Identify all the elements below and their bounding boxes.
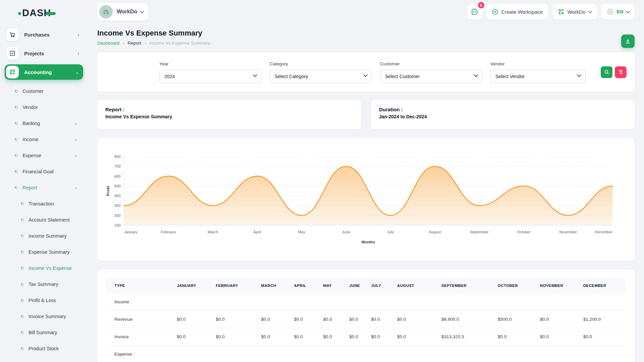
sidebar-item-income-vs-expense[interactable]: Income Vs Expense [0, 260, 88, 276]
circle-ring-icon [20, 347, 24, 351]
svg-text:July: July [387, 230, 394, 234]
col-november: NOVEMBER [537, 278, 580, 293]
create-workspace-button[interactable]: Create Workspace [486, 4, 548, 19]
reset-filter-button[interactable] [615, 66, 627, 78]
sidebar-item-tax-summary[interactable]: Tax Summary [0, 276, 88, 292]
category-select[interactable]: Select Category [270, 70, 372, 83]
sidebar-item-customer[interactable]: Customer [0, 83, 88, 99]
plus-circle-icon [492, 8, 498, 15]
col-may: MAY [320, 278, 346, 293]
chevron-right-icon: › [77, 32, 79, 37]
sidebar-item-transaction[interactable]: Transaction [0, 196, 88, 212]
svg-text:Profit: Profit [106, 186, 110, 196]
svg-text:October: October [517, 230, 531, 234]
circle-ring-icon [20, 266, 24, 270]
circle-ring-icon [20, 314, 24, 319]
sidebar-item-projects[interactable]: Projects › [5, 46, 83, 61]
category-label: Category [270, 61, 372, 66]
col-july: JULY [368, 278, 394, 293]
chevron-right-icon: › [75, 185, 76, 190]
sidebar-item-label: Purchases [24, 32, 77, 38]
sidebar-item-financial-goal[interactable]: Financial Goal [0, 164, 88, 180]
sidebar-item-profit-loss[interactable]: Profit & Loss [0, 292, 88, 308]
globe-icon [606, 8, 614, 15]
customer-field: Customer Select Customer [380, 61, 482, 83]
circle-ring-icon [14, 121, 18, 126]
sidebar-item-invoice-summary[interactable]: Invoice Summary [0, 308, 88, 324]
sidebar-item-expense[interactable]: Expense › [0, 147, 88, 164]
clear-filter-icon [618, 69, 624, 75]
income-expense-table-card: TYPE JANUARY FEBRUARY MARCH APRIL MAY JU… [97, 269, 635, 362]
main-content: Income Vs Expense Summary Dashboard › Re… [88, 23, 644, 362]
col-type: TYPE [106, 278, 173, 293]
breadcrumb-report-link[interactable]: Report [127, 41, 141, 46]
circle-ring-icon [20, 218, 24, 222]
sidebar-item-cash-flow[interactable]: Cash Flow [0, 357, 88, 362]
check-square-icon [6, 47, 19, 60]
table-row: Invoice $0.0 $0.0 $0.0 $0.0 $0.0 $0.0 $0… [106, 328, 626, 346]
col-march: MARCH [258, 278, 291, 293]
app-logo[interactable]: DASH [0, 6, 88, 19]
svg-text:January: January [124, 230, 138, 234]
income-expense-table: TYPE JANUARY FEBRUARY MARCH APRIL MAY JU… [106, 278, 626, 362]
year-select[interactable]: 2024 [159, 70, 262, 83]
customer-label: Customer [380, 61, 482, 66]
page-title: Income Vs Expense Summary [97, 29, 635, 38]
sidebar-item-expense-summary[interactable]: Expense Summary [0, 244, 88, 260]
circle-ring-icon [14, 154, 18, 158]
summary-row: Report : Income Vs Expense Summary Durat… [97, 100, 635, 129]
svg-text:100: 100 [114, 223, 121, 227]
sidebar-item-report[interactable]: Report › [0, 180, 88, 196]
svg-text:200: 200 [114, 214, 121, 218]
col-april: APRIL [290, 278, 320, 293]
svg-text:300: 300 [114, 203, 121, 207]
svg-text:April: April [253, 230, 261, 234]
circle-ring-icon [20, 202, 24, 206]
apply-filter-button[interactable] [601, 66, 612, 78]
chevron-right-icon: › [145, 41, 146, 46]
category-grid-icon [6, 66, 19, 78]
sidebar-item-vendor[interactable]: Vendor [0, 99, 88, 115]
workspace-switcher[interactable]: WorkDo [97, 3, 148, 20]
circle-ring-icon [14, 105, 18, 110]
sidebar-item-income[interactable]: Income › [0, 131, 88, 147]
year-label: Year [159, 61, 262, 66]
language-selector[interactable]: EN [601, 4, 635, 19]
filter-card: Year 2024 Category Select Category Custo… [97, 52, 635, 92]
workdo-menu-button[interactable]: WorkDo [552, 4, 597, 19]
breadcrumb-current: Income Vs Expense Summary [149, 41, 210, 46]
chevron-down-icon [626, 9, 630, 13]
col-january: JANUARY [173, 278, 213, 293]
circle-ring-icon [20, 330, 24, 335]
messages-button[interactable]: 0 [467, 4, 482, 19]
circle-ring-icon [14, 137, 18, 142]
chevron-right-icon: › [123, 41, 124, 46]
expense-group-row: Expense : [106, 346, 626, 362]
sidebar-item-banking[interactable]: Banking › [0, 115, 88, 131]
customer-select[interactable]: Select Customer [380, 70, 482, 83]
col-june: JUNE [346, 278, 368, 293]
sidebar-item-accounting[interactable]: Accounting ⌄ [5, 64, 83, 80]
search-icon [604, 69, 609, 75]
sidebar-item-account-statement[interactable]: Account Statement [0, 212, 88, 228]
sidebar-item-purchases[interactable]: Purchases › [5, 27, 83, 42]
circle-ring-icon [14, 170, 18, 174]
svg-text:December: December [595, 230, 613, 234]
sidebar-item-income-summary[interactable]: Income Summary [0, 228, 88, 244]
breadcrumb-dashboard-link[interactable]: Dashboard [97, 41, 119, 46]
sidebar-item-bill-summary[interactable]: Bill Summary [0, 324, 88, 341]
workspace-avatar [99, 5, 113, 18]
chevron-right-icon: › [75, 153, 76, 158]
svg-text:September: September [470, 230, 489, 234]
download-report-button[interactable] [621, 35, 635, 48]
chevron-down-icon [140, 9, 144, 13]
svg-text:800: 800 [114, 155, 121, 159]
sidebar-item-product-stock[interactable]: Product Stock [0, 341, 88, 357]
svg-text:November: November [559, 230, 577, 234]
svg-text:June: June [342, 230, 350, 234]
svg-text:May: May [298, 230, 306, 234]
circle-ring-icon [20, 250, 24, 254]
svg-text:600: 600 [114, 174, 121, 178]
vendor-select[interactable]: Select Vendor [490, 70, 586, 83]
circle-ring-icon [14, 89, 18, 94]
